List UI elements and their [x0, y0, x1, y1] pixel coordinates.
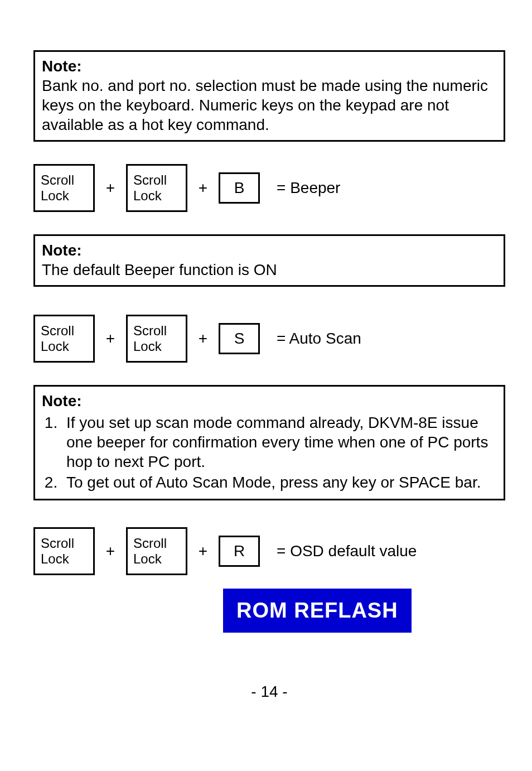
note-list: If you set up scan mode command already,… — [42, 413, 497, 492]
key-b: B — [219, 172, 260, 204]
key-s: S — [219, 323, 260, 354]
plus-sign: + — [197, 179, 209, 197]
equals-label: = Auto Scan — [277, 330, 361, 348]
key-scroll-lock: Scroll Lock — [33, 527, 95, 575]
hotkey-row-autoscan: Scroll Lock + Scroll Lock + S = Auto Sca… — [33, 315, 505, 363]
plus-sign: + — [105, 179, 116, 197]
key-scroll-lock: Scroll Lock — [33, 164, 95, 212]
rom-reflash-banner: ROM REFLASH — [223, 589, 412, 633]
plus-sign: + — [197, 542, 209, 560]
note-list-item: To get out of Auto Scan Mode, press any … — [62, 473, 497, 492]
key-scroll-lock: Scroll Lock — [126, 527, 187, 575]
hotkey-row-osd: Scroll Lock + Scroll Lock + R = OSD defa… — [33, 527, 505, 575]
page: Note: Bank no. and port no. selection mu… — [0, 0, 532, 723]
key-scroll-lock: Scroll Lock — [126, 164, 187, 212]
note-list-item: If you set up scan mode command already,… — [62, 413, 497, 471]
note-box-2: Note: The default Beeper function is ON — [33, 234, 505, 287]
hotkey-row-beeper: Scroll Lock + Scroll Lock + B = Beeper — [33, 164, 505, 212]
note-box-1: Note: Bank no. and port no. selection mu… — [33, 50, 505, 142]
equals-label: = Beeper — [277, 179, 340, 197]
key-scroll-lock: Scroll Lock — [33, 315, 95, 363]
note-box-3: Note: If you set up scan mode command al… — [33, 385, 505, 500]
page-number: - 14 - — [33, 683, 505, 701]
plus-sign: + — [197, 330, 209, 348]
note-body: Bank no. and port no. selection must be … — [42, 77, 488, 133]
key-scroll-lock: Scroll Lock — [126, 315, 187, 363]
note-title: Note: — [42, 392, 82, 409]
equals-label: = OSD default value — [277, 542, 417, 560]
plus-sign: + — [105, 330, 116, 348]
note-body: The default Beeper function is ON — [42, 261, 277, 278]
plus-sign: + — [105, 542, 116, 560]
key-r: R — [219, 536, 260, 567]
note-title: Note: — [42, 242, 82, 259]
note-title: Note: — [42, 57, 82, 75]
